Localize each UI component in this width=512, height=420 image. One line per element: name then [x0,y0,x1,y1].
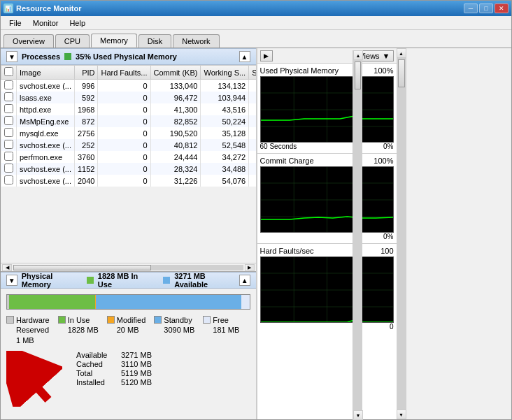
svg-line-1 [17,365,48,400]
row-hard-faults: 0 [98,80,150,92]
processes-collapse-btn[interactable]: ▲ [239,51,250,62]
memory-collapse-btn[interactable]: ▲ [239,275,250,286]
right-scroll-up-btn[interactable]: ▲ [397,48,406,58]
scroll-right-btn[interactable]: ▶ [245,264,255,271]
views-chevron-icon: ▼ [383,52,390,60]
minimize-button[interactable]: ─ [464,3,478,13]
graph-1-min: 0% [383,143,393,150]
graph-3-svg [261,257,393,323]
row-commit: 40,812 [150,139,201,151]
select-all-checkbox[interactable] [4,67,13,76]
tab-memory[interactable]: Memory [91,34,137,48]
memory-available-text: 3271 MB Available [174,272,239,289]
row-checkbox[interactable] [1,175,17,187]
left-panel: ▼ Processes 35% Used Physical Memory ▲ I… [1,48,257,419]
h-scrollbar[interactable]: ◀ ▶ [1,263,256,271]
memory-stats: Available 3271 MB Cached 3110 MB Total 5… [76,351,152,414]
graph-nav-btn[interactable]: ▶ [260,50,273,61]
row-checkbox[interactable] [1,115,17,127]
tab-network[interactable]: Network [173,34,219,48]
graph-commit-charge: Commit Charge 100% [257,154,397,244]
menu-file[interactable]: File [3,17,27,29]
row-hard-faults: 0 [98,139,150,151]
table-row[interactable]: svchost.exe (... 996 0 133,040 134,132 1… [1,80,256,92]
row-image: svchost.exe (... [17,175,75,187]
row-image: MsMpEng.exe [17,115,75,127]
menu-monitor[interactable]: Monitor [27,17,64,29]
table-row[interactable]: mysqld.exe 2756 0 190,520 35,128 5,97 [1,127,256,139]
left-scroll-track[interactable] [353,60,362,410]
row-commit: 24,444 [150,151,201,163]
graph-3-canvas [260,256,394,323]
row-hard-faults: 0 [98,163,150,175]
close-button[interactable]: ✕ [495,3,509,13]
processes-table-container[interactable]: Image PID Hard Faults... Commit (KB) Wor… [1,65,256,263]
legend-free-swatch [203,316,211,324]
row-checkbox[interactable] [1,139,17,151]
col-image[interactable]: Image [17,66,75,80]
graph-1-title-row: Used Physical Memory 100% [260,66,394,75]
table-row[interactable]: svchost.exe (... 2040 0 31,226 54,076 22… [1,175,256,187]
scroll-left-btn[interactable]: ◀ [2,264,12,271]
memory-expand-btn[interactable]: ▼ [6,275,17,286]
tab-overview[interactable]: Overview [3,34,54,48]
h-scroll-thumb[interactable] [13,265,151,270]
table-row[interactable]: httpd.exe 1968 0 41,300 43,516 8,06 [1,103,256,115]
graph-3-title: Hard Faults/sec [260,247,314,255]
graph-1-canvas [260,76,394,143]
row-image: svchost.exe (... [17,139,75,151]
row-image: mysqld.exe [17,127,75,139]
graph-hard-faults: Hard Faults/sec 100 [257,244,397,333]
col-pid[interactable]: PID [74,66,97,80]
table-row[interactable]: perfmon.exe 3760 0 24,444 34,272 11,70 [1,151,256,163]
left-scroll-up-btn[interactable]: ▲ [353,50,363,60]
graph-2-max: 100% [374,157,393,165]
graph-1-svg [261,77,393,143]
right-scroll-thumb[interactable] [398,59,405,87]
left-scrollbar[interactable]: ▲ ▼ [353,50,362,419]
row-checkbox[interactable] [1,163,17,175]
graph-2-canvas [260,166,394,233]
left-scroll-down-btn[interactable]: ▼ [353,410,363,419]
processes-title: Processes [22,52,60,61]
graph-used-physical-memory: Used Physical Memory 100% [257,64,397,154]
left-scroll-thumb[interactable] [355,61,361,89]
stat-installed-label: Installed [76,378,118,386]
tab-cpu[interactable]: CPU [55,34,90,48]
menu-help[interactable]: Help [64,17,91,29]
legend-reserved: HardwareReserved1 MB [6,315,50,345]
right-scroll-track[interactable] [397,58,406,410]
row-checkbox[interactable] [1,103,17,115]
right-scrollbar[interactable]: ▲ ▼ [397,48,406,419]
col-shareable[interactable]: Shareable M [249,66,256,80]
table-row[interactable]: MsMpEng.exe 872 0 82,852 50,224 14,87 [1,115,256,127]
table-row[interactable]: svchost.exe (... 1152 0 28,324 34,488 12… [1,163,256,175]
h-scroll-track[interactable] [13,265,243,270]
app-icon: 📊 [3,3,13,13]
processes-expand-btn[interactable]: ▼ [6,51,17,62]
col-hard-faults[interactable]: Hard Faults... [98,66,150,80]
col-commit[interactable]: Commit (KB) [150,66,201,80]
row-hard-faults: 0 [98,103,150,115]
legend-modified-text: Modified20 MB [117,315,146,335]
tab-disk[interactable]: Disk [138,34,171,48]
row-checkbox[interactable] [1,80,17,92]
table-row[interactable]: svchost.exe (... 252 0 40,812 52,548 23,… [1,139,256,151]
row-checkbox[interactable] [1,151,17,163]
col-working[interactable]: Working S... [201,66,249,80]
row-hard-faults: 0 [98,92,150,103]
arrow-area [6,351,76,414]
row-working: 43,516 [201,103,249,115]
right-scroll-down-btn[interactable]: ▼ [397,410,406,419]
row-commit: 28,324 [150,163,201,175]
maximize-button[interactable]: □ [479,3,493,13]
table-row[interactable]: lsass.exe 592 0 96,472 103,944 8,27 [1,92,256,103]
row-checkbox[interactable] [1,92,17,103]
graph-2-title-row: Commit Charge 100% [260,157,394,165]
stat-available-label: Available [76,351,118,359]
row-working: 50,224 [201,115,249,127]
row-checkbox[interactable] [1,127,17,139]
row-commit: 41,300 [150,103,201,115]
processes-section: ▼ Processes 35% Used Physical Memory ▲ I… [1,48,256,271]
row-pid: 592 [74,92,97,103]
